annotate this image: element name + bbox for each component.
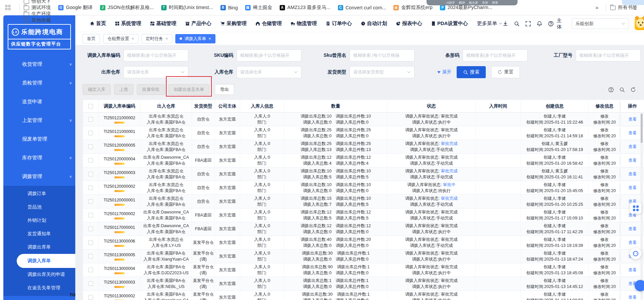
sidebar-item-scrap[interactable]: 报废单管理 [3,130,75,148]
sidebar-item-qc[interactable]: 质检管理∨ [3,73,75,92]
apps-grid-icon[interactable] [5,5,11,10]
bookmark-item[interactable]: BBing [220,4,238,11]
close-icon[interactable]: × [131,36,134,41]
up-check-button[interactable]: 上查 [114,84,133,95]
scrollbar-thumb[interactable] [641,114,643,143]
bookmark-item[interactable]: T时间戳(Unix timest... [161,4,213,11]
zoom-icon[interactable] [619,87,625,93]
approval-status-value[interactable]: 审批完成 [441,265,458,269]
floating-grid-widget[interactable] [630,202,641,214]
close-icon[interactable]: × [166,36,168,41]
nav-purchase[interactable]: 采购管理 [220,20,247,27]
confirm-inbound-button[interactable]: 确定入库 [83,84,111,95]
bookmark-folder[interactable]: 测试环境 [24,4,51,11]
sidebar-item-export-plan[interactable]: 外销计划 [3,214,75,227]
bookmark-item[interactable]: 金金辉煌系统erp [393,4,432,11]
ship-type-select[interactable]: 请选择发货类型 [350,66,415,78]
expand-filters-link[interactable]: 展开 [437,69,451,75]
approval-status-value[interactable]: 审批完成 [441,223,458,228]
floating-action-widget[interactable] [635,280,644,291]
barcode-input[interactable]: 模糊搜索(多个以空格隔开 [463,49,528,61]
bookmark-item[interactable]: CConvert curl com... [338,4,386,11]
tab-transfer-inbound[interactable]: 调拨入库单× [175,34,215,43]
bookmark-folder[interactable]: 恒创天下 [24,0,51,4]
approval-status-value[interactable]: 审批完成 [441,155,458,160]
view-link[interactable]: 查看 [628,171,637,177]
sku-former-name-input[interactable]: 模糊搜索 (每个以空格隔 [350,49,415,61]
row-checkbox[interactable] [88,268,93,272]
row-checkbox[interactable] [88,185,93,190]
row-checkbox[interactable] [88,281,93,286]
view-link[interactable]: 查看 [628,226,637,232]
sidebar-item-shipping-notice[interactable]: 发货通知单 [3,227,75,241]
sku-code-input[interactable]: 模糊搜索(多个以空格隔开 [237,49,301,61]
sidebar-item-shipping[interactable]: 发货管理∨ [3,296,75,300]
bookmark-item[interactable]: GGoogle 翻译 [58,4,93,11]
nav-report[interactable]: 报表中心 [396,20,422,27]
sidebar-item-outbound-close-apply[interactable]: 调拨出库关闭申请 [3,268,75,281]
tab-storage-fee[interactable]: 仓租费设置× [103,34,139,43]
fullscreen-icon[interactable] [525,21,531,27]
bookmark-item[interactable]: AAMZ123 最多亚马... [280,4,331,11]
download-icon[interactable] [502,21,508,27]
sidebar-item-inventory[interactable]: 库存管理∨ [3,148,75,167]
search-icon[interactable] [514,21,520,27]
create-lost-in-transit-button[interactable]: 创建在途丢失单 [168,84,209,95]
bookmarks-overflow-chevron[interactable]: » [595,4,599,11]
row-checkbox[interactable] [88,295,93,300]
bookmark-folder[interactable]: 生产环境 [24,11,51,17]
search-button[interactable]: 搜索 [457,66,486,78]
inbound-code-input[interactable]: 模糊搜索(多个以空格隔开 [123,49,188,61]
nav-system[interactable]: 系统管理 [115,20,141,27]
batch-approve-button[interactable]: 批量审批 [137,84,165,95]
avatar[interactable] [635,17,644,30]
nav-home[interactable]: 首页 [90,20,106,27]
sidebar-item-goods-pool[interactable]: 货品池 [3,200,75,214]
sidebar-item-transfer[interactable]: 调拨管理∧ [3,167,75,186]
inbound-warehouse-select[interactable]: 请选择仓库 [237,66,301,78]
row-checkbox[interactable] [88,240,93,245]
bell-icon[interactable] [537,21,542,27]
row-checkbox[interactable] [88,117,93,122]
approval-status-value[interactable]: 审批完成 [441,169,458,173]
approval-status-value[interactable]: 审批中 [443,182,456,187]
help-icon[interactable] [548,21,554,27]
approval-status-value[interactable]: 审批完成 [441,237,458,242]
bookmark-folder[interactable]: 其他收藏 [24,17,51,23]
nav-base[interactable]: 基础管理 [150,20,176,27]
entity-select[interactable]: 乐能创新 [572,18,629,29]
approval-status-value[interactable]: 审批完成 [441,278,458,283]
view-link[interactable]: 查看 [628,185,637,191]
row-checkbox[interactable] [88,172,93,176]
view-link[interactable]: 查看 [628,130,637,136]
view-link[interactable]: 查看 [628,267,637,273]
view-link[interactable]: 查看 [628,294,637,300]
close-icon[interactable]: × [208,36,211,41]
sidebar-item-transfer-inbound[interactable]: 调拨入库单 [17,254,75,268]
nav-more-menu[interactable]: 更多菜单 [477,20,502,27]
nav-order[interactable]: 订单中心 [326,20,352,27]
bookmark-item[interactable]: JJSON在线解析及格... [100,4,154,11]
row-checkbox[interactable] [88,227,93,231]
row-checkbox[interactable] [88,158,93,163]
approval-status-value[interactable]: 审批完成 [441,196,458,201]
approval-status-value[interactable]: 审批完成 [441,210,458,214]
nav-pda[interactable]: PDA设置中心 [431,20,468,27]
row-checkbox[interactable] [88,199,93,204]
sidebar-item-transfer-outbound[interactable]: 调拨出库单 [3,241,75,254]
row-checkbox[interactable] [88,254,93,259]
reset-button[interactable]: 重置 [491,66,520,78]
tab-home[interactable]: 首页 [83,34,100,43]
select-all-checkbox[interactable] [88,104,93,109]
factory-model-input[interactable]: 模糊搜索(多个以空格隔开 [576,49,641,61]
all-bookmarks-folder[interactable]: 所有书签 [610,4,637,11]
view-link[interactable]: 查看 [628,240,637,246]
sidebar-item-transfer-order[interactable]: 调拨订单 [3,187,75,200]
approval-status-value[interactable]: 审批完成 [441,128,458,132]
approval-status-value[interactable]: 审批完成 [441,141,458,146]
sidebar-item-lost-in-transit[interactable]: 在途丢失单管理 [3,281,75,295]
floating-assistant-widget[interactable] [630,248,641,259]
sidebar-item-receiving[interactable]: 收货管理∨ [3,55,75,73]
nav-product[interactable]: 产品中心 [185,20,211,27]
help-icon[interactable] [608,87,614,93]
